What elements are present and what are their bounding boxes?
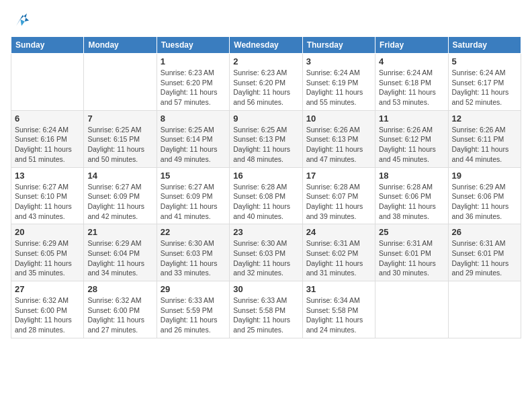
calendar-cell: 10Sunrise: 6:26 AM Sunset: 6:13 PM Dayli… — [302, 110, 375, 167]
day-number: 1 — [161, 56, 226, 66]
day-number: 4 — [379, 56, 444, 66]
calendar-cell: 27Sunrise: 6:32 AM Sunset: 6:00 PM Dayli… — [11, 281, 84, 338]
calendar-cell: 1Sunrise: 6:23 AM Sunset: 6:20 PM Daylig… — [157, 54, 229, 111]
logo — [11, 11, 35, 30]
day-info: Sunrise: 6:25 AM Sunset: 6:15 PM Dayligh… — [87, 125, 152, 165]
calendar-cell: 30Sunrise: 6:33 AM Sunset: 5:58 PM Dayli… — [230, 281, 302, 338]
calendar-cell: 14Sunrise: 6:27 AM Sunset: 6:09 PM Dayli… — [84, 167, 157, 224]
day-info: Sunrise: 6:33 AM Sunset: 5:59 PM Dayligh… — [161, 295, 226, 335]
day-info: Sunrise: 6:29 AM Sunset: 6:05 PM Dayligh… — [15, 238, 80, 278]
svg-marker-1 — [20, 19, 24, 26]
calendar-cell: 4Sunrise: 6:24 AM Sunset: 6:18 PM Daylig… — [375, 54, 448, 111]
calendar-week-row: 1Sunrise: 6:23 AM Sunset: 6:20 PM Daylig… — [11, 54, 521, 111]
calendar-header-friday: Friday — [375, 37, 448, 54]
calendar-header-row: SundayMondayTuesdayWednesdayThursdayFrid… — [11, 37, 521, 54]
calendar-cell — [448, 281, 521, 338]
calendar-header-sunday: Sunday — [11, 37, 84, 54]
day-info: Sunrise: 6:34 AM Sunset: 5:58 PM Dayligh… — [306, 295, 371, 335]
calendar-cell: 21Sunrise: 6:29 AM Sunset: 6:04 PM Dayli… — [84, 224, 157, 281]
day-number: 15 — [161, 171, 226, 181]
day-info: Sunrise: 6:26 AM Sunset: 6:11 PM Dayligh… — [452, 125, 517, 165]
day-info: Sunrise: 6:23 AM Sunset: 6:20 PM Dayligh… — [233, 68, 298, 107]
calendar-table: SundayMondayTuesdayWednesdayThursdayFrid… — [11, 36, 521, 338]
day-info: Sunrise: 6:32 AM Sunset: 6:00 PM Dayligh… — [87, 295, 152, 335]
day-info: Sunrise: 6:31 AM Sunset: 6:02 PM Dayligh… — [306, 238, 371, 278]
day-number: 13 — [15, 171, 80, 181]
day-info: Sunrise: 6:29 AM Sunset: 6:06 PM Dayligh… — [452, 182, 517, 222]
day-info: Sunrise: 6:33 AM Sunset: 5:58 PM Dayligh… — [233, 295, 298, 335]
calendar-cell: 7Sunrise: 6:25 AM Sunset: 6:15 PM Daylig… — [84, 110, 157, 167]
day-number: 20 — [15, 227, 80, 237]
day-info: Sunrise: 6:28 AM Sunset: 6:06 PM Dayligh… — [379, 182, 444, 222]
calendar-cell: 26Sunrise: 6:31 AM Sunset: 6:01 PM Dayli… — [448, 224, 521, 281]
calendar-header-monday: Monday — [84, 37, 157, 54]
calendar-cell: 19Sunrise: 6:29 AM Sunset: 6:06 PM Dayli… — [448, 167, 521, 224]
day-number: 3 — [306, 56, 371, 66]
logo-bird-icon — [11, 11, 32, 30]
calendar-week-row: 20Sunrise: 6:29 AM Sunset: 6:05 PM Dayli… — [11, 224, 521, 281]
day-number: 10 — [306, 113, 371, 124]
calendar-header-saturday: Saturday — [448, 37, 521, 54]
calendar-cell: 11Sunrise: 6:26 AM Sunset: 6:12 PM Dayli… — [375, 110, 448, 167]
day-info: Sunrise: 6:27 AM Sunset: 6:09 PM Dayligh… — [161, 182, 226, 222]
day-number: 18 — [379, 171, 444, 181]
day-info: Sunrise: 6:28 AM Sunset: 6:07 PM Dayligh… — [306, 182, 371, 222]
day-number: 24 — [306, 227, 371, 237]
day-number: 19 — [452, 171, 517, 181]
day-number: 30 — [233, 284, 298, 294]
calendar-cell: 23Sunrise: 6:30 AM Sunset: 6:03 PM Dayli… — [230, 224, 302, 281]
calendar-cell: 8Sunrise: 6:25 AM Sunset: 6:14 PM Daylig… — [157, 110, 229, 167]
day-number: 9 — [233, 113, 298, 124]
day-number: 2 — [233, 56, 298, 66]
calendar-cell — [84, 54, 157, 111]
day-number: 25 — [379, 227, 444, 237]
day-number: 12 — [452, 113, 517, 124]
day-number: 14 — [87, 171, 152, 181]
day-info: Sunrise: 6:26 AM Sunset: 6:12 PM Dayligh… — [379, 125, 444, 165]
day-number: 31 — [306, 284, 371, 294]
day-number: 16 — [233, 171, 298, 181]
calendar-cell: 25Sunrise: 6:31 AM Sunset: 6:01 PM Dayli… — [375, 224, 448, 281]
day-info: Sunrise: 6:30 AM Sunset: 6:03 PM Dayligh… — [161, 238, 226, 278]
calendar-cell: 28Sunrise: 6:32 AM Sunset: 6:00 PM Dayli… — [84, 281, 157, 338]
calendar-cell: 31Sunrise: 6:34 AM Sunset: 5:58 PM Dayli… — [302, 281, 375, 338]
day-info: Sunrise: 6:27 AM Sunset: 6:09 PM Dayligh… — [87, 182, 152, 222]
day-info: Sunrise: 6:25 AM Sunset: 6:13 PM Dayligh… — [233, 125, 298, 165]
calendar-header-tuesday: Tuesday — [157, 37, 229, 54]
day-number: 6 — [15, 113, 80, 124]
page-header — [11, 11, 521, 30]
calendar-cell: 5Sunrise: 6:24 AM Sunset: 6:17 PM Daylig… — [448, 54, 521, 111]
day-number: 5 — [452, 56, 517, 66]
calendar-cell: 3Sunrise: 6:24 AM Sunset: 6:19 PM Daylig… — [302, 54, 375, 111]
calendar-cell — [11, 54, 84, 111]
calendar-cell: 9Sunrise: 6:25 AM Sunset: 6:13 PM Daylig… — [230, 110, 302, 167]
day-info: Sunrise: 6:30 AM Sunset: 6:03 PM Dayligh… — [233, 238, 298, 278]
day-number: 22 — [161, 227, 226, 237]
calendar-cell: 2Sunrise: 6:23 AM Sunset: 6:20 PM Daylig… — [230, 54, 302, 111]
day-info: Sunrise: 6:24 AM Sunset: 6:17 PM Dayligh… — [452, 68, 517, 107]
calendar-week-row: 27Sunrise: 6:32 AM Sunset: 6:00 PM Dayli… — [11, 281, 521, 338]
calendar-cell: 20Sunrise: 6:29 AM Sunset: 6:05 PM Dayli… — [11, 224, 84, 281]
day-info: Sunrise: 6:23 AM Sunset: 6:20 PM Dayligh… — [161, 68, 226, 107]
day-info: Sunrise: 6:28 AM Sunset: 6:08 PM Dayligh… — [233, 182, 298, 222]
day-info: Sunrise: 6:31 AM Sunset: 6:01 PM Dayligh… — [379, 238, 444, 278]
day-number: 17 — [306, 171, 371, 181]
calendar-cell: 24Sunrise: 6:31 AM Sunset: 6:02 PM Dayli… — [302, 224, 375, 281]
calendar-cell: 13Sunrise: 6:27 AM Sunset: 6:10 PM Dayli… — [11, 167, 84, 224]
calendar-week-row: 6Sunrise: 6:24 AM Sunset: 6:16 PM Daylig… — [11, 110, 521, 167]
day-info: Sunrise: 6:31 AM Sunset: 6:01 PM Dayligh… — [452, 238, 517, 278]
day-info: Sunrise: 6:27 AM Sunset: 6:10 PM Dayligh… — [15, 182, 80, 222]
calendar-cell: 29Sunrise: 6:33 AM Sunset: 5:59 PM Dayli… — [157, 281, 229, 338]
day-number: 8 — [161, 113, 226, 124]
day-number: 7 — [87, 113, 152, 124]
calendar-cell: 22Sunrise: 6:30 AM Sunset: 6:03 PM Dayli… — [157, 224, 229, 281]
day-info: Sunrise: 6:32 AM Sunset: 6:00 PM Dayligh… — [15, 295, 80, 335]
day-info: Sunrise: 6:24 AM Sunset: 6:18 PM Dayligh… — [379, 68, 444, 107]
calendar-header-wednesday: Wednesday — [230, 37, 302, 54]
calendar-header-thursday: Thursday — [302, 37, 375, 54]
calendar-cell: 17Sunrise: 6:28 AM Sunset: 6:07 PM Dayli… — [302, 167, 375, 224]
calendar-week-row: 13Sunrise: 6:27 AM Sunset: 6:10 PM Dayli… — [11, 167, 521, 224]
day-number: 26 — [452, 227, 517, 237]
day-info: Sunrise: 6:26 AM Sunset: 6:13 PM Dayligh… — [306, 125, 371, 165]
day-number: 27 — [15, 284, 80, 294]
